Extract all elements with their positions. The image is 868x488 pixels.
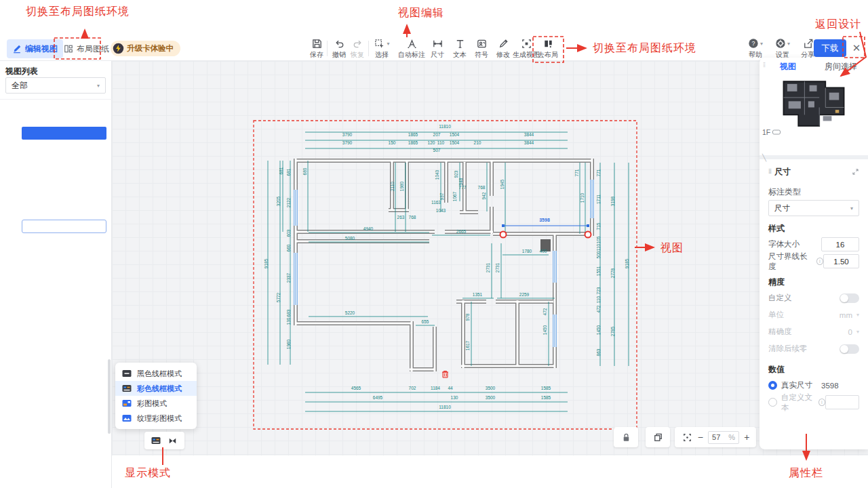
dimension-label: 681: [279, 167, 283, 174]
zoom-in-button[interactable]: +: [744, 432, 749, 442]
lock-icon: [620, 432, 632, 443]
tree-view-客餐厅局部平面A[interactable]: [0, 260, 112, 273]
dimension-label: 500: [596, 251, 601, 258]
info-icon[interactable]: i: [816, 258, 823, 265]
sidebar-scrollbar[interactable]: [108, 359, 111, 434]
tree-view-客餐厅局部平面C[interactable]: [0, 286, 112, 300]
section-icon[interactable]: [167, 435, 178, 447]
resize-handle-icon[interactable]: ╲: [762, 154, 766, 161]
toolbar-label: 恢复: [351, 50, 364, 60]
zoom-level-input[interactable]: 57 %: [708, 431, 739, 444]
tree-view-灯具定位[interactable]: [0, 206, 112, 220]
view-filter-dropdown[interactable]: 全部 ▾: [5, 77, 106, 94]
help-button[interactable]: ?▾ 帮助: [743, 38, 768, 60]
dimension-label: 923: [454, 170, 458, 178]
tree-view-客餐厅局部平面D[interactable]: [0, 312, 112, 326]
info-icon[interactable]: i: [818, 399, 825, 406]
tree-view-地坪布置[interactable]: [0, 166, 112, 180]
upgrade-badge[interactable]: 升级卡体验中: [111, 41, 180, 56]
dimension-grip-left[interactable]: [500, 232, 507, 238]
lock-button[interactable]: [614, 427, 638, 447]
tree-view-主卧立面C[interactable]: [0, 379, 112, 392]
tree-view-次卧局部平面A[interactable]: [0, 445, 112, 459]
edit-view-label: 编辑视图: [25, 43, 58, 55]
dimension-label: 507: [433, 148, 441, 152]
floor-plan-thumbnail[interactable]: [780, 78, 848, 129]
duplicate-view-button[interactable]: [646, 427, 670, 447]
tree-view-主卧局部平面C[interactable]: [0, 392, 112, 406]
dimension-grip-right[interactable]: [585, 232, 591, 238]
annotation-display-mode: 显示模式: [125, 466, 171, 481]
layout-paper-button[interactable]: 布局图纸: [58, 39, 115, 58]
settings-button[interactable]: ▾ 设置: [770, 38, 795, 60]
tree-folder-装修视图[interactable]: [0, 100, 112, 114]
toolbar-label: 去布局: [538, 50, 558, 60]
expand-icon[interactable]: [852, 168, 859, 176]
fit-view-button[interactable]: [682, 432, 693, 443]
anno-type-select[interactable]: 尺寸▾: [768, 200, 859, 216]
dimension-label: 1067: [452, 191, 457, 201]
tree-view-墙体定位[interactable]: [22, 127, 106, 140]
view-list-title: 视图列表: [5, 66, 38, 77]
dimension-label: 9185: [625, 258, 629, 268]
tree-view-客餐厅立面C[interactable]: [0, 273, 112, 287]
dimension-properties: ⁞⁞ 尺寸 标注类型 尺寸▾ 样式 字体大小 16 尺寸界线长度i 1.50 精…: [760, 159, 868, 411]
tree-view-主卧局部平面B[interactable]: [0, 366, 112, 380]
tree-view-客餐厅立面A[interactable]: [0, 246, 112, 260]
tree-folder-平面视图[interactable]: [0, 114, 112, 127]
dimension-label: 937: [439, 192, 444, 200]
dimension-label: 1043: [435, 169, 439, 180]
dimension-label: 948: [458, 178, 463, 185]
display-mode-texture-image[interactable]: 纹理彩图模式: [115, 411, 197, 426]
tree-view-天花尺寸[interactable]: [0, 193, 112, 207]
custom-text-radio[interactable]: [768, 398, 777, 407]
tree-view-客餐厅立面D[interactable]: [0, 300, 112, 313]
floor-plan-view[interactable]: 1181037901865207150438443790150120186511…: [253, 120, 637, 430]
display-mode-toolbar: [144, 432, 184, 449]
download-button[interactable]: 下载: [814, 39, 846, 57]
tree-view-立面索引[interactable]: [22, 220, 106, 233]
display-mode-black-wireframe[interactable]: 黑色线框模式: [115, 366, 197, 381]
unit-label: 单位: [768, 310, 784, 320]
dimension-label: 1980: [399, 181, 404, 191]
toolbar-select-button[interactable]: ▾选择: [367, 38, 397, 60]
custom-toggle[interactable]: [840, 293, 859, 303]
drag-handle-icon[interactable]: ⁞⁞: [763, 62, 765, 68]
display-mode-color-wireframe[interactable]: 彩色线框模式: [115, 381, 197, 396]
section-drag-icon[interactable]: ⁞⁞: [768, 168, 771, 175]
dimension-label: 2110: [390, 182, 395, 191]
floor-label[interactable]: 1F: [762, 128, 781, 136]
toolbar-to-layout-button[interactable]: 去布局: [534, 38, 561, 60]
close-icon[interactable]: ✕: [849, 41, 864, 56]
custom-text-input[interactable]: [825, 395, 859, 409]
toolbar-label: 修改: [496, 50, 510, 60]
dimension-label: 2259: [519, 292, 530, 297]
real-dimension-label: 真实尺寸: [781, 380, 812, 390]
tree-view-主卧立面D[interactable]: [0, 405, 112, 419]
tree-folder-立面视图[interactable]: [0, 233, 112, 247]
tree-view-家具尺寸[interactable]: [0, 153, 112, 167]
ext-line-input[interactable]: 1.50: [823, 254, 859, 268]
tree-view-主卧局部平面D[interactable]: [0, 419, 112, 432]
tree-view-主卧立面B[interactable]: [0, 352, 112, 366]
tab-room-select[interactable]: 房间选择: [825, 61, 857, 73]
tree-view-平面布置[interactable]: [0, 140, 112, 153]
tree-view-综合天花[interactable]: [0, 180, 112, 193]
real-dimension-radio[interactable]: [768, 381, 777, 390]
modify-icon: [498, 38, 509, 49]
zoom-out-button[interactable]: −: [698, 432, 703, 442]
upgrade-icon: [113, 43, 124, 54]
font-size-input[interactable]: 16: [821, 237, 859, 251]
toolbar-label: 选择: [375, 50, 389, 60]
tab-view[interactable]: 视图: [780, 61, 796, 73]
tree-view-主卧立面A[interactable]: [0, 326, 112, 340]
display-mode-color-image[interactable]: 彩图模式: [115, 396, 197, 411]
anno-type-value: 尺寸: [774, 203, 790, 214]
tree-view-次卧立面A[interactable]: [0, 432, 112, 446]
dimension-label: 2778: [610, 268, 615, 278]
trim-zero-toggle[interactable]: [840, 344, 859, 354]
tree-view-主卧局部平面A[interactable]: [0, 340, 112, 353]
color-wireframe-icon[interactable]: [151, 435, 161, 446]
edit-view-button[interactable]: 编辑视图: [7, 39, 63, 58]
drawing-canvas[interactable]: 1181037901865207150438443790150120186511…: [112, 61, 868, 455]
